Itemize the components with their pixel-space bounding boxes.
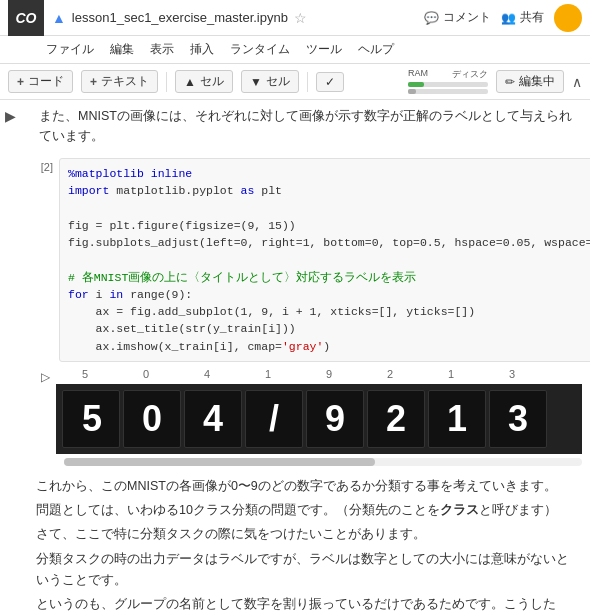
code-line-7: # 各MNIST画像の上に〈タイトルとして〉対応するラベルを表示: [68, 269, 590, 286]
toolbar-separator: [166, 72, 167, 92]
label-9: 9: [300, 368, 358, 380]
collapse-button[interactable]: ∧: [572, 74, 582, 90]
code-btn-label: コード: [28, 73, 64, 90]
para-5: というのも、グループの名前として数字を割り振っているだけであるためです。こうした…: [36, 594, 574, 613]
menu-insert[interactable]: 挿入: [190, 41, 214, 58]
plus-icon2: +: [90, 75, 97, 89]
plus-icon: +: [17, 75, 24, 89]
digit-1: /: [245, 390, 303, 448]
para-3: さて、ここで特に分類タスクの際に気をつけたいことがあります。: [36, 524, 574, 545]
menu-help[interactable]: ヘルプ: [358, 41, 394, 58]
code-cell-2: [2] %matplotlib inline import matplotlib…: [20, 156, 590, 364]
code-line-8: for i in range(9):: [68, 286, 590, 303]
cell-up-button[interactable]: ▲ セル: [175, 70, 233, 93]
title-actions: 💬 コメント 👥 共有: [424, 4, 582, 32]
cell-down-button[interactable]: ▼ セル: [241, 70, 299, 93]
star-icon[interactable]: ☆: [294, 10, 307, 26]
para-1: これから、このMNISTの各画像が0〜9のどの数字であるか分類する事を考えていき…: [36, 476, 574, 497]
mnist-digits-container: 5 0 4 / 9 2 1 3: [56, 384, 582, 454]
horizontal-scrollbar[interactable]: [64, 458, 582, 466]
digit-0: 0: [123, 390, 181, 448]
label-1b: 1: [422, 368, 480, 380]
mnist-labels-row: 5 0 4 1 9 2 1 3: [56, 366, 582, 382]
co-logo: CO: [8, 0, 44, 36]
digit-1b: 1: [428, 390, 486, 448]
code-line-5: fig.subplots_adjust(left=0, right=1, bot…: [68, 234, 590, 251]
label-1: 1: [239, 368, 297, 380]
ram-bar: [408, 82, 488, 87]
code-line-6: [68, 251, 590, 268]
code-line-2: import matplotlib.pyplot as plt: [68, 182, 590, 199]
drive-icon: ▲: [52, 10, 66, 26]
menu-file[interactable]: ファイル: [46, 41, 94, 58]
arrow-down-icon: ▼: [250, 75, 262, 89]
sidebar-toggle[interactable]: ▶: [0, 100, 20, 613]
pencil-icon: ✏: [505, 75, 515, 89]
digit-2: 2: [367, 390, 425, 448]
output-cell: ▷ 5 0 4 1 9 2 1 3 5 0 4: [20, 364, 590, 456]
title-file: ▲ lesson1_sec1_exercise_master.ipynb ☆: [52, 10, 424, 26]
code-block[interactable]: %matplotlib inline import matplotlib.pyp…: [59, 158, 590, 362]
edit-button[interactable]: ✏ 編集中: [496, 70, 564, 93]
menu-view[interactable]: 表示: [150, 41, 174, 58]
comment-icon: 💬: [424, 11, 439, 25]
run-indicator-icon: ▷: [41, 370, 50, 384]
label-5: 5: [56, 368, 114, 380]
label-0: 0: [117, 368, 175, 380]
code-line-3: [68, 200, 590, 217]
ram-disk-widget: RAMディスク: [408, 68, 488, 95]
main-content: ▶ また、MNISTの画像には、それぞれに対して画像が示す数字が正解のラベルとし…: [0, 100, 590, 613]
intro-text: また、MNISTの画像には、それぞれに対して画像が示す数字が正解のラベルとして与…: [39, 106, 578, 146]
checkmark-icon: ✓: [325, 75, 335, 89]
title-bar: CO ▲ lesson1_sec1_exercise_master.ipynb …: [0, 0, 590, 36]
output-scrollbar-row: [20, 456, 590, 468]
share-button[interactable]: 👥 共有: [501, 9, 544, 26]
notebook-area: また、MNISTの画像には、それぞれに対して画像が示す数字が正解のラベルとして与…: [20, 100, 590, 613]
comment-label: コメント: [443, 9, 491, 26]
run-button[interactable]: ✓: [316, 72, 344, 92]
ram-fill: [408, 82, 424, 87]
label-2: 2: [361, 368, 419, 380]
disk-bar: [408, 89, 488, 94]
disk-label: ディスク: [452, 68, 488, 81]
text-btn-label: テキスト: [101, 73, 149, 90]
share-label: 共有: [520, 9, 544, 26]
user-avatar: [554, 4, 582, 32]
class-em-1: クラス: [440, 503, 479, 517]
menu-bar: ファイル 編集 表示 挿入 ランタイム ツール ヘルプ: [0, 36, 590, 64]
toolbar: + コード + テキスト ▲ セル ▼ セル ✓ RAMディスク ✏ 編集中 ∧: [0, 64, 590, 100]
toolbar-separator2: [307, 72, 308, 92]
label-4: 4: [178, 368, 236, 380]
code-line-11: ax.imshow(x_train[i], cmap='gray'): [68, 338, 590, 355]
code-line-9: ax = fig.add_subplot(1, 9, i + 1, xticks…: [68, 303, 590, 320]
code-line-10: ax.set_title(str(y_train[i])): [68, 320, 590, 337]
file-name: lesson1_sec1_exercise_master.ipynb: [72, 10, 288, 25]
comment-button[interactable]: 💬 コメント: [424, 9, 491, 26]
add-text-button[interactable]: + テキスト: [81, 70, 158, 93]
disk-fill: [408, 89, 416, 94]
scrollbar-thumb: [64, 458, 375, 466]
intro-text-cell: また、MNISTの画像には、それぞれに対して画像が示す数字が正解のラベルとして与…: [20, 100, 590, 156]
ram-label: RAM: [408, 68, 428, 81]
cell-up-label: セル: [200, 73, 224, 90]
code-line-1: %matplotlib inline: [68, 165, 590, 182]
bottom-text-section: これから、このMNISTの各画像が0〜9のどの数字であるか分類する事を考えていき…: [20, 468, 590, 613]
para-4: 分類タスクの時の出力データはラベルですが、ラベルは数字としての大小には意味がない…: [36, 549, 574, 592]
cell-number: [2]: [23, 158, 59, 173]
digit-5: 5: [62, 390, 120, 448]
edit-btn-label: 編集中: [519, 73, 555, 90]
menu-runtime[interactable]: ランタイム: [230, 41, 290, 58]
digit-3: 3: [489, 390, 547, 448]
sidebar-arrow-icon: ▶: [5, 108, 16, 124]
arrow-up-icon: ▲: [184, 75, 196, 89]
para-2: 問題としては、いわゆる10クラス分類の問題です。（分類先のことをクラスと呼びます…: [36, 500, 574, 521]
output-label: ▷: [20, 366, 56, 384]
menu-tools[interactable]: ツール: [306, 41, 342, 58]
label-3: 3: [483, 368, 541, 380]
menu-edit[interactable]: 編集: [110, 41, 134, 58]
code-line-4: fig = plt.figure(figsize=(9, 15)): [68, 217, 590, 234]
cell-down-label: セル: [266, 73, 290, 90]
output-content: 5 0 4 1 9 2 1 3 5 0 4 / 9 2 1: [56, 366, 582, 454]
add-code-button[interactable]: + コード: [8, 70, 73, 93]
people-icon: 👥: [501, 11, 516, 25]
